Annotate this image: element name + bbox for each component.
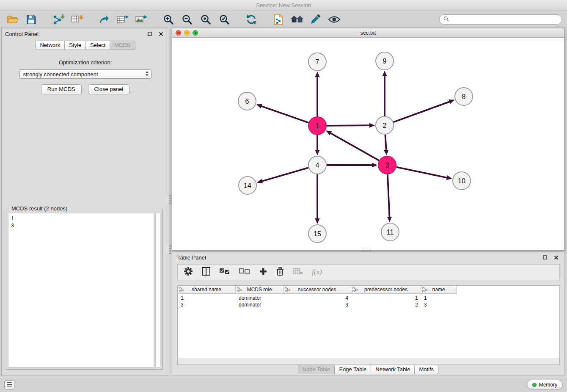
search-input[interactable] [451,17,558,22]
graph-edge-4-3[interactable] [327,163,377,167]
tab-select[interactable]: Select [85,41,110,50]
add-column-icon[interactable] [259,267,267,277]
select-all-rows-icon[interactable] [219,268,230,276]
settings-gear-icon[interactable] [184,267,193,278]
table-row[interactable]: 1dominator411 [178,295,559,301]
import-network-icon[interactable] [51,13,66,26]
tab-mcds[interactable]: MCDS [110,41,135,50]
graph-node-1[interactable]: 1 [308,117,326,135]
graph-node-9[interactable]: 9 [376,52,394,70]
delete-column-icon[interactable] [276,267,284,278]
zoom-selected-icon[interactable] [217,13,232,26]
zoom-fit-icon[interactable] [198,13,213,26]
column-header-name[interactable]: name [421,286,457,294]
close-window-button[interactable] [176,30,181,36]
column-header-mcds-role[interactable]: MCDS role [236,286,284,294]
network-graph[interactable]: 7968124314101511 [172,38,564,250]
column-header-label: shared name [192,287,221,293]
column-menu-icon[interactable] [237,287,242,293]
graph-edge-1-4[interactable] [315,135,319,155]
open-session-icon[interactable] [5,13,20,26]
column-visibility-icon[interactable] [202,267,210,277]
network-from-selection-icon[interactable] [271,13,286,26]
graph-edge-4-15[interactable] [315,174,319,224]
table-cell-mcds-role: dominator [236,295,284,301]
mcds-result-text[interactable]: 13 [8,213,154,367]
status-list-button[interactable] [4,380,14,389]
splitter-handle[interactable] [362,250,372,252]
column-menu-icon[interactable] [179,287,184,293]
splitter-handle[interactable] [169,245,171,254]
table-panel-title: Table Panel [177,254,206,261]
column-header-predecessor-nodes[interactable]: predecessor nodes [351,286,421,294]
splitter-handle[interactable] [169,195,171,204]
export-network-icon[interactable] [96,13,112,26]
zoom-window-button[interactable] [193,30,198,36]
float-table-panel-icon[interactable] [542,254,548,260]
tab-edge-table[interactable]: Edge Table [334,365,371,374]
first-neighbors-icon[interactable] [289,13,305,26]
graph-node-10[interactable]: 10 [453,172,471,190]
graph-node-11[interactable]: 11 [381,223,399,241]
graph-edge-1-2[interactable] [327,123,375,128]
optimization-criterion-label: Optimization criterion: [2,59,169,66]
column-header-successor-nodes[interactable]: successor nodes [284,286,351,294]
table-row[interactable]: 3dominator323 [178,301,559,308]
search-box[interactable] [439,14,562,25]
close-table-panel-icon[interactable] [553,254,559,260]
tab-network-table[interactable]: Network Table [371,365,415,374]
graph-node-7[interactable]: 7 [308,53,326,71]
memory-button[interactable]: Memory [527,380,563,389]
show-hide-graphics-icon[interactable] [327,13,342,26]
tab-node-table[interactable]: Node Table [298,365,335,374]
graph-edge-3-1[interactable] [326,130,379,160]
import-table-icon[interactable] [69,13,85,26]
column-menu-icon[interactable] [352,287,358,293]
graph-edge-2-8[interactable] [394,99,455,122]
column-header-shared-name[interactable]: shared name [178,286,236,294]
tab-network[interactable]: Network [35,41,65,50]
svg-text:4: 4 [316,162,319,169]
export-image-icon[interactable] [134,13,149,26]
export-table-icon[interactable] [115,13,130,26]
graph-node-2[interactable]: 2 [376,116,394,134]
column-header-label: name [432,287,445,293]
run-mcds-button[interactable]: Run MCDS [41,84,82,94]
graph-edge-2-9[interactable] [382,71,387,116]
column-menu-icon[interactable] [285,287,290,293]
float-panel-icon[interactable] [147,31,153,37]
graph-edge-3-11[interactable] [387,174,392,222]
result-scrollbar[interactable] [155,213,161,367]
criterion-select[interactable]: strongly connected component [19,69,151,79]
graph-edge-4-14[interactable] [257,168,308,183]
table-horizontal-scrollbar[interactable] [178,358,559,364]
minimize-window-button[interactable] [184,30,190,36]
close-panel-icon[interactable] [158,31,164,37]
graph-node-3[interactable]: 3 [378,156,396,174]
graph-node-4[interactable]: 4 [308,156,326,174]
window-titlebar[interactable]: Session: New Session [0,0,567,11]
graph-edge-1-7[interactable] [315,72,319,116]
svg-text:14: 14 [244,182,251,189]
graph-node-6[interactable]: 6 [238,92,256,110]
svg-text:6: 6 [245,98,249,105]
memory-status-icon [532,383,537,387]
graph-edge-3-10[interactable] [396,167,452,180]
apply-style-icon[interactable] [308,13,323,26]
graph-edge-2-3[interactable] [384,135,388,155]
column-menu-icon[interactable] [422,287,427,293]
zoom-in-icon[interactable] [161,13,176,26]
graph-node-14[interactable]: 14 [239,177,256,194]
close-panel-button[interactable]: Close panel [88,84,130,94]
deselect-all-rows-icon[interactable] [239,268,250,276]
tab-style[interactable]: Style [64,41,86,50]
save-session-icon[interactable] [24,13,39,26]
graph-node-8[interactable]: 8 [455,88,473,105]
zoom-out-icon[interactable] [179,13,195,26]
network-window-titlebar[interactable]: scc.txt [172,28,564,38]
tab-motifs[interactable]: Motifs [414,365,438,374]
graph-edge-1-6[interactable] [256,104,309,123]
graph-node-15[interactable]: 15 [308,225,326,243]
table-cell-predecessor-nodes: 1 [351,295,421,301]
layout-refresh-icon[interactable] [244,13,259,26]
